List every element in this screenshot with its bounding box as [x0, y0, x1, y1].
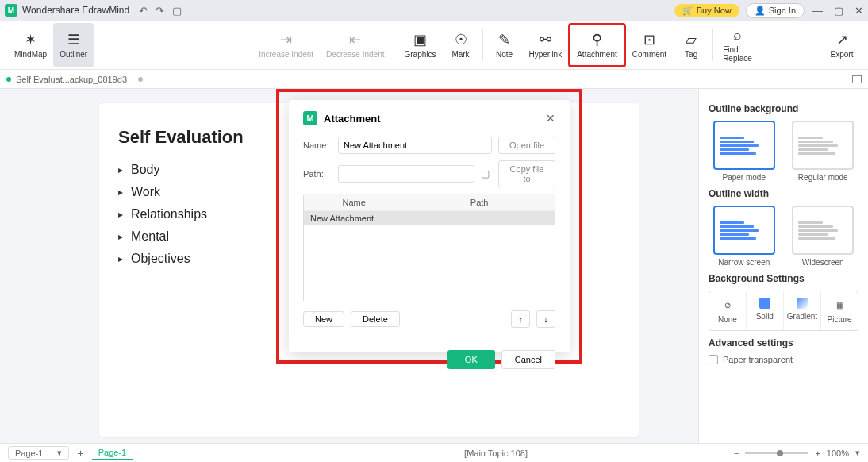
undo-icon[interactable]: ↶	[139, 5, 148, 17]
sign-in-button[interactable]: 👤Sign In	[746, 3, 805, 18]
document-tab[interactable]: Self Evaluat...ackup_0819d3	[6, 75, 143, 84]
regular-mode-thumb	[792, 121, 854, 170]
buy-now-button[interactable]: 🛒Buy Now	[674, 4, 739, 17]
note-icon: ✎	[498, 31, 510, 48]
page-selector[interactable]: Page-1▾	[8, 446, 69, 460]
grid-row[interactable]: New Attachment	[304, 211, 555, 225]
save-icon[interactable]: ▢	[172, 5, 182, 17]
app-logo-icon: M	[5, 4, 17, 17]
paper-transparent-checkbox[interactable]: Paper transparent	[709, 355, 858, 364]
cancel-button[interactable]: Cancel	[501, 350, 555, 369]
zoom-value: 100%	[827, 449, 849, 458]
search-icon: ⌕	[733, 27, 742, 44]
tab-filename: Self Evaluat...ackup_0819d3	[16, 75, 127, 84]
modal-close-icon[interactable]: ✕	[546, 112, 555, 125]
grid-body[interactable]	[304, 225, 555, 302]
attachment-modal-highlight: M Attachment ✕ Name: Open file Path: ▢ C…	[276, 89, 582, 364]
export-icon: ↗	[836, 31, 848, 48]
none-icon: ⊘	[720, 298, 735, 312]
comment-button[interactable]: ⊡Comment	[626, 23, 673, 67]
tab-status-icon	[6, 77, 11, 82]
attachment-modal: M Attachment ✕ Name: Open file Path: ▢ C…	[289, 100, 570, 352]
hyperlink-button[interactable]: ⚯Hyperlink	[523, 23, 569, 67]
section-title: Outline background	[709, 103, 858, 114]
mindmap-icon: ✶	[25, 31, 36, 48]
zoom-control[interactable]: − + 100% ▾	[734, 448, 860, 458]
paper-mode-thumb	[713, 121, 775, 170]
bg-picture-button[interactable]: ▦Picture	[821, 291, 858, 330]
indent-right-icon: ⇥	[280, 31, 292, 48]
section-title: Outline width	[709, 188, 858, 199]
graphics-button[interactable]: ▣Graphics	[398, 23, 442, 67]
zoom-slider[interactable]	[745, 452, 808, 454]
comment-icon: ⊡	[643, 31, 655, 48]
folder-icon[interactable]: ▢	[481, 168, 492, 179]
widescreen-card[interactable]: Widescreen	[788, 206, 859, 267]
tag-icon: ▱	[686, 31, 697, 48]
statusbar: Page-1▾ + Page-1 [Main Topic 108] − + 10…	[0, 443, 868, 462]
bg-solid-button[interactable]: Solid	[747, 291, 784, 330]
topic-indicator: [Main Topic 108]	[464, 449, 528, 458]
cart-icon: 🛒	[682, 6, 693, 16]
minimize-icon[interactable]: —	[812, 5, 823, 17]
add-page-button[interactable]: +	[77, 447, 83, 460]
hyperlink-icon: ⚯	[540, 31, 551, 48]
path-input[interactable]	[338, 165, 474, 183]
page-tab[interactable]: Page-1	[92, 446, 133, 460]
solid-icon	[759, 298, 770, 309]
toolbar: ✶MindMap ☰Outliner ⇥Increase Indent ⇤Dec…	[0, 21, 868, 70]
delete-button[interactable]: Delete	[351, 311, 400, 327]
gradient-icon	[797, 298, 808, 309]
modal-logo-icon: M	[303, 111, 317, 125]
zoom-in-icon[interactable]: +	[815, 449, 820, 458]
user-icon: 👤	[755, 6, 766, 16]
bg-none-button[interactable]: ⊘None	[709, 291, 747, 330]
app-title: Wondershare EdrawMind	[22, 5, 129, 16]
section-title: Advanced settings	[709, 337, 858, 348]
decrease-indent-button[interactable]: ⇤Decrease Indent	[320, 23, 390, 67]
titlebar: M Wondershare EdrawMind ↶ ↷ ▢ 🛒Buy Now 👤…	[0, 0, 868, 21]
attachment-button[interactable]: ⚲Attachment	[568, 23, 626, 67]
checkbox-icon	[709, 355, 718, 364]
copy-file-button[interactable]: Copy file to	[498, 160, 555, 187]
redo-icon[interactable]: ↷	[156, 5, 164, 17]
note-button[interactable]: ✎Note	[486, 23, 523, 67]
tag-button[interactable]: ▱Tag	[673, 23, 709, 67]
mindmap-button[interactable]: ✶MindMap	[8, 23, 53, 67]
mark-button[interactable]: ☉Mark	[443, 23, 479, 67]
modal-title: Attachment	[324, 113, 381, 125]
chevron-down-icon[interactable]: ▾	[855, 448, 860, 458]
graphics-icon: ▣	[413, 31, 427, 48]
side-panel: Outline background Paper mode Regular mo…	[698, 89, 868, 443]
new-button[interactable]: New	[303, 311, 344, 327]
export-button[interactable]: ↗Export	[824, 23, 860, 67]
open-file-button[interactable]: Open file	[498, 137, 555, 154]
move-up-button[interactable]: ↑	[511, 310, 530, 328]
name-label: Name:	[303, 141, 332, 150]
maximize-icon[interactable]: ▢	[834, 5, 843, 17]
zoom-out-icon[interactable]: −	[734, 449, 739, 458]
find-replace-button[interactable]: ⌕FindReplace	[716, 23, 759, 67]
narrow-screen-card[interactable]: Narrow screen	[709, 206, 780, 267]
picture-icon: ▦	[832, 298, 847, 312]
outliner-button[interactable]: ☰Outliner	[53, 23, 94, 67]
paper-mode-card[interactable]: Paper mode	[709, 121, 780, 182]
move-down-button[interactable]: ↓	[536, 310, 555, 328]
wide-thumb	[792, 206, 854, 255]
close-icon[interactable]: ✕	[855, 5, 863, 17]
col-path[interactable]: Path	[404, 194, 555, 210]
attachment-icon: ⚲	[592, 31, 602, 48]
layout-toggle-icon[interactable]	[852, 75, 862, 83]
mark-icon: ☉	[455, 31, 467, 48]
path-label: Path:	[303, 169, 332, 179]
ok-button[interactable]: OK	[447, 350, 495, 369]
chevron-down-icon: ▾	[57, 448, 62, 458]
narrow-thumb	[713, 206, 775, 255]
attachment-grid: Name Path New Attachment	[303, 194, 555, 302]
col-name[interactable]: Name	[304, 194, 404, 210]
tab-close-icon[interactable]	[138, 77, 143, 82]
regular-mode-card[interactable]: Regular mode	[788, 121, 859, 182]
bg-gradient-button[interactable]: Gradient	[784, 291, 821, 330]
increase-indent-button[interactable]: ⇥Increase Indent	[252, 23, 320, 67]
name-input[interactable]	[338, 137, 492, 154]
